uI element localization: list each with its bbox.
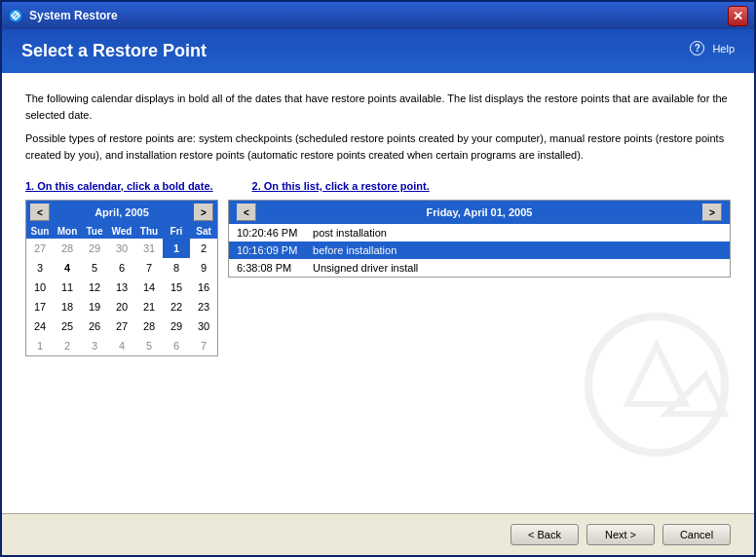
help-area[interactable]: ? Help <box>690 41 735 56</box>
main-content: The following calendar displays in bold … <box>2 73 754 513</box>
restore-list-header: < Friday, April 01, 2005 > <box>229 201 730 224</box>
calendar-cell[interactable]: 9 <box>190 258 217 278</box>
restore-item[interactable]: 10:16:09 PM before installation <box>229 241 730 259</box>
calendar-cell[interactable]: 18 <box>54 297 81 316</box>
calendar: < April, 2005 > Sun Mon Tue Wed Thu Fri <box>25 200 218 356</box>
day-header-thu: Thu <box>135 224 163 239</box>
step-labels: 1. On this calendar, click a bold date. … <box>25 180 731 192</box>
description-line1: The following calendar displays in bold … <box>25 91 731 123</box>
calendar-cell[interactable]: 3 <box>26 258 54 278</box>
page-title: Select a Restore Point <box>21 41 207 61</box>
calendar-cell: 27 <box>26 239 54 258</box>
calendar-cell: 4 <box>108 336 135 355</box>
calendar-grid: Sun Mon Tue Wed Thu Fri Sat 272829303112… <box>26 224 217 355</box>
header-band: Select a Restore Point ? Help <box>2 29 754 73</box>
calendar-cell: 3 <box>81 336 108 355</box>
calendar-cell: 30 <box>108 239 135 258</box>
calendar-cell[interactable]: 1 <box>163 239 190 258</box>
help-label: Help <box>712 43 735 55</box>
calendar-cell[interactable]: 6 <box>108 258 135 278</box>
restore-item-description: post installation <box>310 227 387 239</box>
day-header-mon: Mon <box>54 224 81 239</box>
day-header-tue: Tue <box>81 224 108 239</box>
help-icon: ? <box>690 41 704 56</box>
calendar-cell[interactable]: 12 <box>81 278 108 297</box>
restore-list-next-button[interactable]: > <box>702 204 722 221</box>
calendar-cell: 6 <box>163 336 190 355</box>
calendar-cell: 1 <box>26 336 54 355</box>
system-restore-window: System Restore ✕ Select a Restore Point … <box>0 0 756 557</box>
calendar-week-4: 24252627282930 <box>26 316 217 336</box>
calendar-week-0: 272829303112 <box>26 239 217 258</box>
restore-item-description: Unsigned driver install <box>310 262 418 274</box>
cancel-button[interactable]: Cancel <box>662 524 731 545</box>
calendar-cell[interactable]: 10 <box>26 278 54 297</box>
calendars-row: < April, 2005 > Sun Mon Tue Wed Thu Fri <box>25 200 731 356</box>
restore-item-time: 6:38:08 PM <box>237 262 310 274</box>
footer: < Back Next > Cancel <box>2 513 754 555</box>
title-bar-title: System Restore <box>29 9 728 22</box>
calendar-cell[interactable]: 22 <box>163 297 190 316</box>
calendar-cell[interactable]: 23 <box>190 297 217 316</box>
restore-item[interactable]: 10:20:46 PM post installation <box>229 224 730 241</box>
calendar-cell[interactable]: 5 <box>81 258 108 278</box>
calendar-week-1: 3456789 <box>26 258 217 278</box>
calendar-week-5: 1234567 <box>26 336 217 355</box>
description-area: The following calendar displays in bold … <box>25 91 731 170</box>
restore-item-description: before installation <box>310 244 397 256</box>
calendar-month-label: April, 2005 <box>94 206 149 218</box>
calendar-cell: 5 <box>135 336 163 355</box>
next-button[interactable]: Next > <box>586 524 655 545</box>
day-header-wed: Wed <box>108 224 135 239</box>
calendar-cell[interactable]: 27 <box>108 316 135 336</box>
calendar-cell[interactable]: 2 <box>190 239 217 258</box>
calendar-cell: 7 <box>190 336 217 355</box>
calendar-header: < April, 2005 > <box>26 201 217 224</box>
calendar-cell[interactable]: 7 <box>135 258 163 278</box>
day-header-sat: Sat <box>190 224 217 239</box>
calendar-cell[interactable]: 17 <box>26 297 54 316</box>
calendar-cell[interactable]: 25 <box>54 316 81 336</box>
calendar-body: 2728293031123456789101112131415161718192… <box>26 239 217 355</box>
calendar-day-headers: Sun Mon Tue Wed Thu Fri Sat <box>26 224 217 239</box>
calendar-cell[interactable]: 15 <box>163 278 190 297</box>
calendar-next-button[interactable]: > <box>194 204 213 221</box>
title-bar-icon <box>8 8 23 23</box>
calendar-cell[interactable]: 13 <box>108 278 135 297</box>
restore-list-prev-button[interactable]: < <box>237 204 256 221</box>
day-header-sun: Sun <box>26 224 54 239</box>
calendar-cell[interactable]: 14 <box>135 278 163 297</box>
calendar-cell[interactable]: 21 <box>135 297 163 316</box>
restore-item[interactable]: 6:38:08 PM Unsigned driver install <box>229 259 730 277</box>
close-button[interactable]: ✕ <box>728 6 748 26</box>
calendar-cell[interactable]: 29 <box>163 316 190 336</box>
restore-list-date-label: Friday, April 01, 2005 <box>427 206 533 218</box>
calendar-cell[interactable]: 28 <box>135 316 163 336</box>
restore-item-time: 10:20:46 PM <box>237 227 310 239</box>
back-button[interactable]: < Back <box>510 524 579 545</box>
calendar-cell[interactable]: 4 <box>54 258 81 278</box>
restore-item-time: 10:16:09 PM <box>237 244 310 256</box>
calendar-cell[interactable]: 8 <box>163 258 190 278</box>
calendar-cell: 29 <box>81 239 108 258</box>
step1-label: 1. On this calendar, click a bold date. <box>25 180 213 192</box>
calendar-prev-button[interactable]: < <box>30 204 50 221</box>
step2-label: 2. On this list, click a restore point. <box>252 180 430 192</box>
calendar-cell: 31 <box>135 239 163 258</box>
title-bar: System Restore ✕ <box>2 2 754 29</box>
calendar-cell[interactable]: 16 <box>190 278 217 297</box>
calendar-cell[interactable]: 24 <box>26 316 54 336</box>
restore-list-items: 10:20:46 PM post installation10:16:09 PM… <box>229 224 730 277</box>
calendar-cell: 28 <box>54 239 81 258</box>
day-header-fri: Fri <box>163 224 190 239</box>
description-line2: Possible types of restore points are: sy… <box>25 130 731 163</box>
calendar-cell[interactable]: 30 <box>190 316 217 336</box>
calendar-week-2: 10111213141516 <box>26 278 217 297</box>
calendar-cell[interactable]: 26 <box>81 316 108 336</box>
calendar-cell: 2 <box>54 336 81 355</box>
calendar-cell[interactable]: 20 <box>108 297 135 316</box>
calendar-week-3: 17181920212223 <box>26 297 217 316</box>
restore-list: < Friday, April 01, 2005 > 10:20:46 PM p… <box>228 200 731 278</box>
calendar-cell[interactable]: 19 <box>81 297 108 316</box>
calendar-cell[interactable]: 11 <box>54 278 81 297</box>
